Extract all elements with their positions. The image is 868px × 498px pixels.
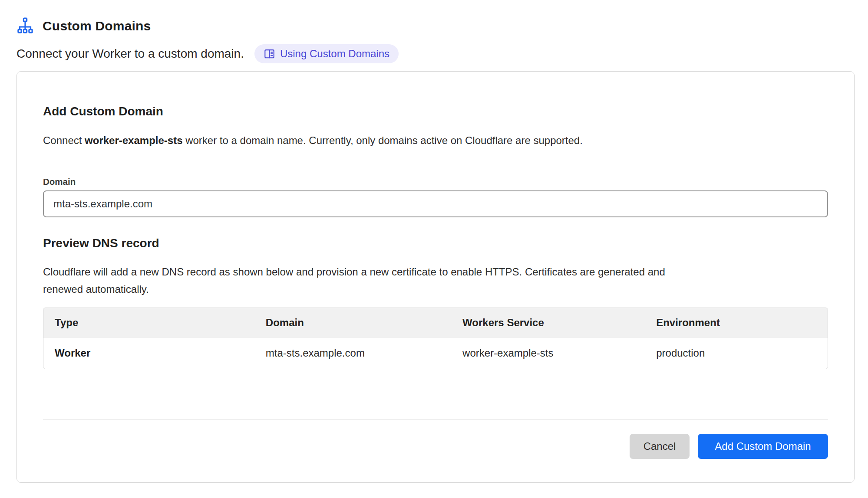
worker-name: worker-example-sts	[85, 134, 182, 146]
add-custom-domain-dialog: Add Custom Domain Connect worker-example…	[17, 71, 855, 483]
open-book-icon	[264, 48, 275, 60]
dialog-footer: Cancel Add Custom Domain	[43, 434, 828, 459]
cancel-button[interactable]: Cancel	[630, 434, 690, 459]
table-row: Worker mta-sts.example.com worker-exampl…	[43, 337, 828, 369]
footer-divider	[43, 419, 828, 420]
domain-field-label: Domain	[43, 177, 828, 187]
page-subtitle: Connect your Worker to a custom domain.	[17, 47, 244, 61]
dialog-heading: Add Custom Domain	[43, 104, 828, 119]
cell-environment: production	[645, 347, 828, 359]
table-header-domain: Domain	[254, 317, 451, 329]
sitemap-icon	[17, 17, 34, 35]
preview-dns-description: Cloudflare will add a new DNS record as …	[43, 263, 694, 298]
description-prefix: Connect	[43, 134, 85, 146]
table-header-workers-service: Workers Service	[451, 317, 645, 329]
docs-link-using-custom-domains[interactable]: Using Custom Domains	[254, 44, 399, 63]
subtitle-row: Connect your Worker to a custom domain. …	[17, 44, 855, 63]
table-header-environment: Environment	[645, 317, 828, 329]
table-header-row: Type Domain Workers Service Environment	[43, 308, 828, 337]
page-header: Custom Domains	[17, 17, 855, 35]
dns-preview-table: Type Domain Workers Service Environment …	[43, 308, 828, 369]
cell-domain: mta-sts.example.com	[254, 347, 451, 359]
preview-dns-heading: Preview DNS record	[43, 236, 828, 251]
table-header-type: Type	[43, 317, 254, 329]
domain-input[interactable]	[43, 190, 828, 217]
custom-domains-page: Custom Domains Connect your Worker to a …	[0, 0, 868, 483]
cell-workers-service: worker-example-sts	[451, 347, 645, 359]
page-title: Custom Domains	[43, 19, 151, 33]
cell-type: Worker	[43, 347, 254, 359]
docs-link-label: Using Custom Domains	[280, 48, 389, 60]
add-custom-domain-button[interactable]: Add Custom Domain	[698, 434, 828, 459]
description-suffix: worker to a domain name. Currently, only…	[183, 134, 583, 146]
dialog-description: Connect worker-example-sts worker to a d…	[43, 133, 828, 148]
